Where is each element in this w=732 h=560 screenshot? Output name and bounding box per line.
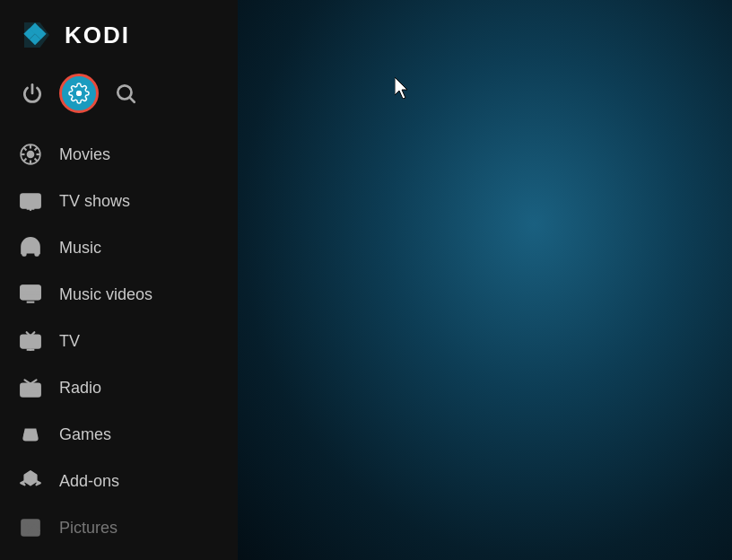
musicvideos-icon — [18, 282, 43, 307]
settings-circle — [59, 74, 99, 113]
search-button[interactable] — [102, 70, 149, 117]
nav-item-games[interactable]: Games — [0, 411, 238, 458]
svg-line-12 — [35, 159, 38, 162]
nav-item-radio[interactable]: Radio — [0, 364, 238, 411]
svg-line-11 — [23, 147, 26, 150]
nav-item-tvshows[interactable]: TV shows — [0, 178, 238, 224]
tv-label: TV — [59, 332, 80, 351]
svg-rect-15 — [21, 194, 40, 207]
nav-item-music[interactable]: Music — [0, 224, 238, 271]
power-button[interactable] — [9, 70, 56, 117]
svg-text:❖: ❖ — [22, 19, 48, 51]
games-icon — [18, 422, 43, 447]
radio-icon — [18, 375, 43, 400]
nav-item-musicvideos[interactable]: Music videos — [0, 271, 238, 318]
logo-area: ❖ KODI — [0, 0, 238, 66]
svg-point-30 — [25, 389, 27, 390]
movies-label: Movies — [59, 145, 110, 164]
svg-marker-38 — [395, 77, 407, 99]
sidebar: ❖ KODI — [0, 0, 238, 560]
nav-item-movies[interactable]: Movies — [0, 131, 238, 178]
nav-item-addons[interactable]: Add-ons — [0, 458, 238, 504]
svg-line-13 — [35, 147, 38, 150]
svg-line-14 — [23, 159, 26, 162]
radio-label: Radio — [59, 379, 101, 398]
addons-label: Add-ons — [59, 472, 119, 491]
pictures-label: Pictures — [59, 519, 118, 538]
pictures-icon — [18, 515, 43, 540]
movies-icon — [18, 142, 43, 167]
top-icon-bar — [0, 66, 238, 127]
main-nav: Movies TV shows Music — [0, 127, 238, 560]
tvshows-icon — [18, 188, 43, 214]
music-label: Music — [59, 239, 101, 258]
svg-point-6 — [27, 151, 35, 159]
settings-button[interactable] — [56, 70, 102, 117]
svg-point-3 — [76, 91, 82, 96]
main-content — [238, 0, 732, 560]
musicvideos-label: Music videos — [59, 285, 152, 304]
nav-item-tv[interactable]: TV — [0, 318, 238, 364]
tv-icon — [18, 328, 43, 354]
kodi-logo-icon: ❖ — [18, 16, 56, 54]
tvshows-label: TV shows — [59, 192, 130, 211]
games-label: Games — [59, 425, 111, 444]
music-icon — [18, 235, 43, 260]
cursor-icon — [395, 77, 413, 99]
nav-item-pictures[interactable]: Pictures — [0, 504, 238, 551]
addons-icon — [18, 468, 43, 494]
app-title: KODI — [65, 22, 130, 49]
svg-rect-19 — [21, 285, 40, 299]
svg-point-37 — [26, 524, 29, 527]
